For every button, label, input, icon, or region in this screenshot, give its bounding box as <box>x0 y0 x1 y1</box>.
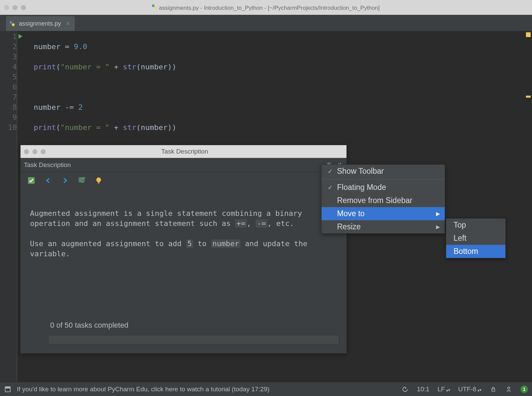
task-paragraph: Augmented assignment is a single stateme… <box>30 208 337 229</box>
status-message[interactable]: If you'd like to learn more about PyChar… <box>17 386 396 393</box>
reset-task-icon[interactable] <box>77 176 87 185</box>
lock-icon[interactable] <box>490 386 497 393</box>
settings-context-menu: ✓ Show Toolbar ✓ Floating Mode Remove fr… <box>321 164 445 234</box>
tool-window-icon[interactable] <box>4 386 11 393</box>
check-icon: ✓ <box>326 184 334 191</box>
menu-separator <box>322 179 445 179</box>
svg-point-3 <box>12 23 14 26</box>
tab-assignments-py[interactable]: assignments.py × <box>6 16 75 31</box>
submenu-top[interactable]: Top <box>446 219 505 232</box>
submenu-left[interactable]: Left <box>446 232 505 245</box>
close-tab-icon[interactable]: × <box>66 20 70 27</box>
line-number: 6 <box>0 82 17 92</box>
panel-header: Task Description <box>21 158 346 172</box>
hint-icon[interactable] <box>94 176 103 185</box>
python-file-icon <box>9 20 15 27</box>
file-encoding[interactable]: UTF-8 ▴▾ <box>458 386 481 393</box>
menu-show-toolbar[interactable]: ✓ Show Toolbar <box>322 165 445 178</box>
inspector-icon[interactable] <box>505 386 512 393</box>
svg-rect-8 <box>98 182 100 184</box>
menu-floating-mode[interactable]: ✓ Floating Mode <box>322 181 445 194</box>
svg-point-2 <box>10 21 12 24</box>
progress-bar <box>48 335 339 344</box>
status-right-group: 10:1 LF ▴▾ UTF-8 ▴▾ 1 <box>401 386 528 393</box>
line-number: 9 <box>0 112 17 123</box>
gutter: 1 2 3 4 5 6 7 8 9 10 <box>0 31 17 382</box>
panel-toolbar <box>21 172 346 189</box>
svg-point-0 <box>152 4 155 7</box>
line-number: 7 <box>0 92 17 102</box>
submenu-arrow-icon: ▶ <box>436 211 440 217</box>
task-paragraph: Use an augmented assignment to add 5 to … <box>30 239 337 259</box>
task-content: Augmented assignment is a single stateme… <box>21 189 346 259</box>
menu-resize[interactable]: Resize ▶ <box>322 220 445 233</box>
panel-window-title: Task Description <box>26 148 343 155</box>
editor-tabs: assignments.py × <box>0 15 532 31</box>
window-title-text: assignments.py - Introduction_to_Python … <box>159 5 379 11</box>
status-bar: If you'd like to learn more about PyChar… <box>0 382 532 396</box>
line-number: 1 <box>0 32 17 42</box>
cursor-position[interactable]: 10:1 <box>417 386 429 393</box>
panel-header-title: Task Description <box>24 161 71 169</box>
menu-move-to[interactable]: Move to ▶ <box>322 207 445 220</box>
line-number: 4 <box>0 62 17 72</box>
check-icon: ✓ <box>326 168 334 175</box>
submenu-arrow-icon: ▶ <box>436 224 440 230</box>
event-badge[interactable]: 1 <box>521 386 528 393</box>
run-gutter-icon[interactable] <box>17 33 24 41</box>
line-number: 5 <box>0 72 17 82</box>
svg-point-1 <box>154 6 157 9</box>
svg-rect-10 <box>5 387 10 388</box>
line-number: 10 <box>0 123 17 133</box>
task-description-panel: Task Description Task Description Augmen… <box>20 145 347 354</box>
sync-icon[interactable] <box>401 386 409 393</box>
warning-mark[interactable] <box>526 96 531 98</box>
warning-indicator[interactable] <box>526 32 531 37</box>
line-number: 3 <box>0 52 17 62</box>
progress-label: 0 of 50 tasks completed <box>50 321 128 330</box>
check-task-icon[interactable] <box>27 176 36 185</box>
previous-task-icon[interactable] <box>43 176 53 185</box>
submenu-bottom[interactable]: Bottom <box>446 245 505 258</box>
svg-point-7 <box>96 177 101 182</box>
line-number: 2 <box>0 42 17 52</box>
panel-titlebar[interactable]: Task Description <box>21 145 346 158</box>
line-ending[interactable]: LF ▴▾ <box>437 386 450 393</box>
tab-label: assignments.py <box>19 20 61 27</box>
window-title: assignments.py - Introduction_to_Python … <box>3 4 528 11</box>
svg-point-12 <box>508 387 510 389</box>
next-task-icon[interactable] <box>60 176 70 185</box>
line-number: 8 <box>0 102 17 112</box>
menu-remove-sidebar[interactable]: Remove from Sidebar <box>322 194 445 207</box>
move-to-submenu: Top Left Bottom <box>446 218 506 258</box>
python-file-icon <box>151 4 157 10</box>
window-titlebar: assignments.py - Introduction_to_Python … <box>0 0 532 15</box>
svg-rect-11 <box>492 389 495 391</box>
